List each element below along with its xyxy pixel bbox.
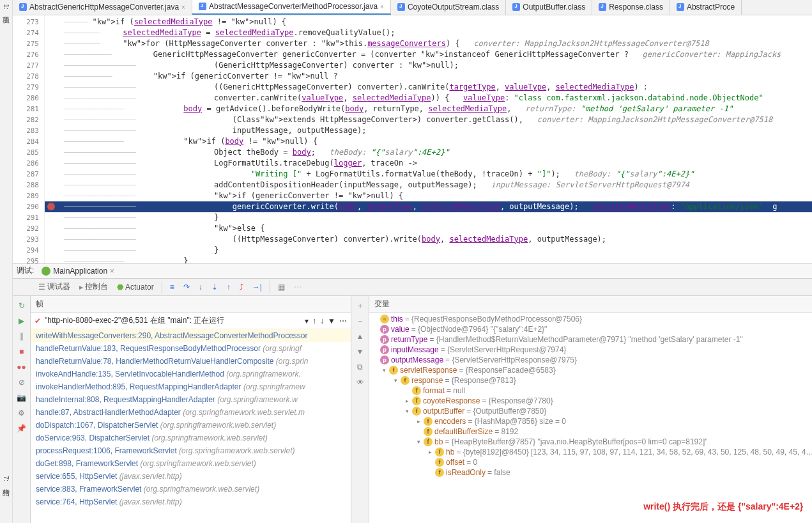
stack-frame[interactable]: invokeAndHandle:135, ServletInvocableHan…: [31, 368, 351, 380]
stack-frame[interactable]: service:655, HttpServlet (javax.servlet.…: [31, 470, 351, 483]
actuator-tab[interactable]: ⬣ Actuator: [113, 281, 158, 293]
thread-selector[interactable]: ✔ "http-nio-8080-exec-2"@6,531 在组 "main"…: [31, 313, 351, 329]
project-side-tab[interactable]: 1: 项目: [0, 0, 13, 523]
variable-row[interactable]: ▸fcoyoteResponse = {Response@7780}: [369, 396, 812, 406]
toggle-icon[interactable]: ▾: [381, 367, 387, 373]
editor-tab[interactable]: OutputBuffer.class: [506, 0, 592, 15]
code-line[interactable]: —————————————————— ((HttpMessageConverte…: [45, 234, 812, 245]
remove-watch-icon[interactable]: －: [355, 315, 366, 327]
close-icon[interactable]: ×: [181, 4, 185, 11]
code-editor[interactable]: 2732742752762772782792802812822832842852…: [13, 15, 812, 263]
toggle-icon[interactable]: ▸: [427, 449, 433, 455]
variable-row[interactable]: ▾foutputBuffer = {OutputBuffer@7850}: [369, 406, 812, 416]
variable-row[interactable]: ▸fencoders = {HashMap@7856} size = 0: [369, 416, 812, 426]
dump-icon[interactable]: 📷: [16, 392, 27, 403]
code-line[interactable]: —————————————————— (GenericHttpMessageCo…: [45, 60, 812, 71]
variable-row[interactable]: ≡this = {RequestResponseBodyMethodProces…: [369, 314, 812, 324]
code-line[interactable]: ——————————————— "kw">if (body != "kw">nu…: [45, 136, 812, 147]
run-to-cursor-icon[interactable]: →|: [249, 281, 266, 293]
code-line[interactable]: —————————————————— "kw">else {: [45, 223, 812, 234]
resume-icon[interactable]: ▶: [16, 315, 27, 327]
close-icon[interactable]: ×: [380, 3, 384, 10]
stack-frame[interactable]: doService:963, DispatcherServlet (org.sp…: [31, 432, 351, 444]
code-line[interactable]: —————————————————— (Class"kw">extends Ht…: [45, 114, 812, 125]
add-watch-icon[interactable]: ＋: [355, 300, 366, 311]
code-line[interactable]: —————————————————— genericConverter.writ…: [45, 201, 812, 212]
stop-icon[interactable]: ■: [16, 346, 27, 357]
next-frame-icon[interactable]: ↓: [320, 316, 324, 325]
down-icon[interactable]: ▼: [355, 346, 366, 357]
variable-row[interactable]: fformat = null: [369, 386, 812, 396]
stack-frame[interactable]: doGet:898, FrameworkServlet (org.springf…: [31, 457, 351, 470]
toggle-icon[interactable]: ▸: [404, 398, 410, 404]
debugger-tab[interactable]: ☰ 调试器: [34, 280, 74, 293]
variable-row[interactable]: ▸fhb = {byte[8192]@8450} [123, 34, 115, …: [369, 447, 812, 457]
variable-row[interactable]: pinputMessage = {ServletServerHttpReques…: [369, 345, 812, 355]
close-icon[interactable]: ×: [110, 267, 114, 276]
toggle-icon[interactable]: ▸: [415, 418, 422, 425]
code-line[interactable]: —————————————————— "Writing [" + LogForm…: [45, 169, 812, 180]
variable-row[interactable]: poutputMessage = {ServletServerHttpRespo…: [369, 355, 812, 365]
code-line[interactable]: —————————————————— }: [45, 212, 812, 223]
step-out-icon[interactable]: ↑: [223, 281, 234, 293]
breakpoints-icon[interactable]: ●●: [16, 361, 27, 373]
step-into-icon[interactable]: ↓: [195, 281, 206, 293]
settings-icon[interactable]: ⚙: [16, 407, 27, 419]
variable-row[interactable]: preturnType = {HandlerMethod$ReturnValue…: [369, 334, 812, 345]
editor-tab[interactable]: AbstractProce: [670, 0, 742, 15]
chevron-down-icon[interactable]: ▾: [305, 316, 309, 325]
code-line[interactable]: —————— "kw">if (selectedMediaType != "kw…: [45, 17, 812, 27]
code-line[interactable]: —————————————————— addContentDisposition…: [45, 180, 812, 191]
stack-frame[interactable]: handle:87, AbstractHandlerMethodAdapter …: [31, 406, 351, 419]
variable-row[interactable]: ▾fservletResponse = {ResponseFacade@6583…: [369, 365, 812, 375]
code-line[interactable]: —————————————————— "kw">if (genericConve…: [45, 191, 812, 201]
editor-tab[interactable]: AbstractMessageConverterMethodProcessor.…: [192, 0, 391, 15]
variable-row[interactable]: ▾fresponse = {Response@7813}: [369, 375, 812, 386]
stack-frame[interactable]: handleInternal:808, RequestMappingHandle…: [31, 393, 351, 406]
variable-row[interactable]: pvalue = {ObjectNode@7964} "{"salary":4E…: [369, 324, 812, 334]
pause-icon[interactable]: ∥: [16, 331, 27, 342]
code-line[interactable]: —————————————————— converter.canWrite(va…: [45, 93, 812, 104]
code-line[interactable]: ———————————— "kw">if (genericConverter !…: [45, 71, 812, 82]
prev-frame-icon[interactable]: ↑: [312, 316, 316, 325]
debug-session-tab[interactable]: MainApplication ×: [39, 267, 117, 276]
code-line[interactable]: —————————————————— LogFormatUtils.traceD…: [45, 158, 812, 169]
code-line[interactable]: —————————————————— ((GenericHttpMessageC…: [45, 82, 812, 93]
copy-icon[interactable]: ⧉: [355, 361, 366, 373]
code-line[interactable]: ————————— selectedMediaType = selectedMe…: [45, 27, 812, 38]
code-line[interactable]: ————————— "kw">for (HttpMessageConverter…: [45, 38, 812, 49]
stack-frame[interactable]: service:764, HttpServlet (javax.servlet.…: [31, 496, 351, 508]
code-line[interactable]: —————————————————— }: [45, 245, 812, 256]
filter-icon[interactable]: ▼: [328, 316, 335, 325]
mute-bp-icon[interactable]: ⊘: [16, 377, 27, 388]
show-execution-icon[interactable]: ≡: [166, 281, 178, 293]
code-line[interactable]: —————————————————— Object theBody = body…: [45, 147, 812, 158]
stack-frame[interactable]: service:883, FrameworkServlet (org.sprin…: [31, 483, 351, 496]
structure-side-tab[interactable]: 7: 结构: [0, 472, 13, 523]
variable-row[interactable]: fisReadOnly = false: [369, 467, 812, 478]
variable-row[interactable]: fdefaultBufferSize = 8192: [369, 426, 812, 437]
up-icon[interactable]: ▲: [355, 331, 366, 342]
toggle-icon[interactable]: ▾: [404, 408, 410, 414]
stack-frame[interactable]: writeWithMessageConverters:290, Abstract…: [31, 329, 351, 342]
drop-frame-icon[interactable]: ⤴: [236, 281, 247, 293]
editor-tab[interactable]: AbstractGenericHttpMessageConverter.java…: [13, 0, 192, 15]
variable-row[interactable]: ▾fbb = {HeapByteBuffer@7857} "java.nio.H…: [369, 437, 812, 447]
rerun-icon[interactable]: ↻: [16, 300, 27, 311]
toggle-icon[interactable]: ▾: [392, 377, 399, 384]
trace-icon[interactable]: ⋯: [290, 281, 305, 293]
stack-frame[interactable]: invokeHandlerMethod:895, RequestMappingH…: [31, 380, 351, 393]
console-tab[interactable]: ▸ 控制台: [75, 280, 112, 293]
toggle-icon[interactable]: ▾: [415, 439, 422, 445]
code-line[interactable]: ——————————————— body = getAdvice().befor…: [45, 104, 812, 114]
code-line[interactable]: ———————————— GenericHttpMessageConverter…: [45, 49, 812, 60]
breakpoint-icon[interactable]: [47, 203, 55, 210]
stack-frame[interactable]: processRequest:1006, FrameworkServlet (o…: [31, 444, 351, 457]
step-over-icon[interactable]: ↷: [180, 281, 194, 293]
stack-frame[interactable]: doDispatch:1067, DispatcherServlet (org.…: [31, 419, 351, 432]
code-line[interactable]: ——————————————— }: [45, 256, 812, 263]
variable-row[interactable]: foffset = 0: [369, 457, 812, 467]
more-icon[interactable]: ⋯: [339, 316, 347, 325]
evaluate-icon[interactable]: ▦: [274, 281, 289, 293]
force-step-into-icon[interactable]: ⇣: [208, 281, 222, 293]
